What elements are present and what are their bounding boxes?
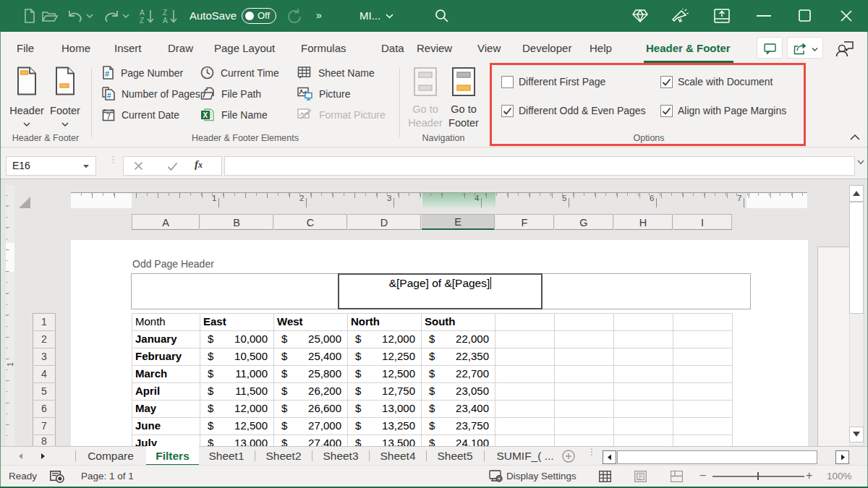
svg-text:X: X [203, 111, 208, 119]
svg-text:Z: Z [140, 17, 144, 25]
svg-text:7: 7 [106, 112, 111, 121]
svg-text:A: A [163, 17, 168, 25]
svg-text:#: # [107, 92, 111, 100]
svg-text:#: # [105, 69, 109, 78]
svg-text:A: A [140, 9, 145, 17]
svg-text:Z: Z [163, 9, 167, 17]
